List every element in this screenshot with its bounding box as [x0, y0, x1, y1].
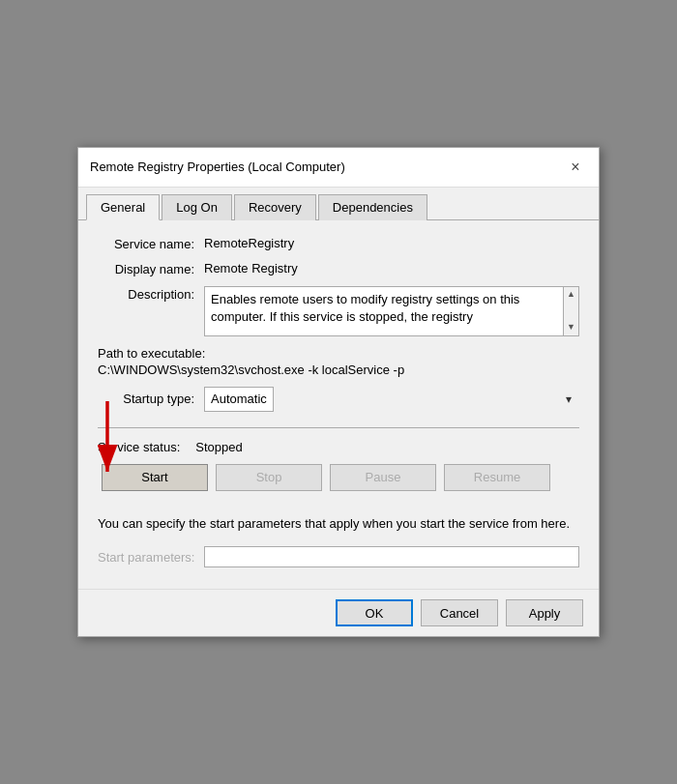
tab-bar: General Log On Recovery Dependencies — [78, 188, 599, 220]
start-params-row: Start parameters: — [98, 546, 579, 567]
display-name-value: Remote Registry — [204, 261, 579, 276]
display-name-row: Display name: Remote Registry — [98, 261, 579, 276]
apply-button[interactable]: Apply — [506, 599, 583, 626]
startup-type-label: Startup type: — [98, 392, 204, 406]
properties-dialog: Remote Registry Properties (Local Comput… — [77, 147, 600, 638]
info-text: You can specify the start parameters tha… — [98, 514, 579, 534]
service-status-row: Service status: Stopped — [98, 440, 579, 454]
description-scrollbar: ▲ ▼ — [563, 287, 578, 335]
service-status-value: Stopped — [195, 440, 242, 454]
startup-type-wrapper: Automatic — [204, 387, 579, 412]
pause-button[interactable]: Pause — [330, 464, 436, 491]
service-status-label: Service status: — [98, 440, 180, 454]
path-section: Path to executable: C:\WINDOWS\system32\… — [98, 346, 579, 377]
service-control-buttons: Start Stop Pause Resume — [98, 464, 579, 491]
tab-logon[interactable]: Log On — [162, 194, 232, 220]
tab-content: Service name: RemoteRegistry Display nam… — [78, 220, 599, 590]
scroll-down-arrow[interactable]: ▼ — [564, 320, 578, 335]
display-name-label: Display name: — [98, 261, 204, 276]
cancel-button[interactable]: Cancel — [421, 599, 498, 626]
title-bar: Remote Registry Properties (Local Comput… — [78, 148, 599, 188]
description-row: Description: Enables remote users to mod… — [98, 286, 579, 336]
service-name-value: RemoteRegistry — [204, 236, 579, 250]
divider — [98, 427, 579, 428]
service-status-section: Service status: Stopped Start Stop — [98, 440, 579, 505]
startup-type-row: Startup type: Automatic — [98, 387, 579, 412]
dialog-actions: OK Cancel Apply — [78, 589, 599, 636]
tab-recovery[interactable]: Recovery — [234, 194, 316, 220]
service-buttons-container: Start Stop Pause Resume — [98, 464, 579, 505]
start-button[interactable]: Start — [102, 464, 208, 491]
startup-type-select[interactable]: Automatic — [204, 387, 274, 412]
start-params-label: Start parameters: — [98, 550, 194, 565]
service-name-label: Service name: — [98, 236, 204, 251]
start-params-input[interactable] — [204, 546, 579, 567]
description-label: Description: — [98, 286, 204, 302]
stop-button[interactable]: Stop — [216, 464, 322, 491]
tab-dependencies[interactable]: Dependencies — [318, 194, 427, 220]
tab-general[interactable]: General — [86, 194, 160, 220]
path-value: C:\WINDOWS\system32\svchost.exe -k local… — [98, 363, 579, 377]
path-label: Path to executable: — [98, 346, 579, 361]
description-box: Enables remote users to modify registry … — [204, 286, 579, 336]
scroll-up-arrow[interactable]: ▲ — [564, 287, 578, 303]
ok-button[interactable]: OK — [336, 599, 413, 626]
description-text: Enables remote users to modify registry … — [211, 291, 555, 326]
service-name-row: Service name: RemoteRegistry — [98, 236, 579, 251]
close-button[interactable]: × — [564, 156, 587, 179]
resume-button[interactable]: Resume — [444, 464, 550, 491]
title-bar-text: Remote Registry Properties (Local Comput… — [90, 160, 345, 174]
